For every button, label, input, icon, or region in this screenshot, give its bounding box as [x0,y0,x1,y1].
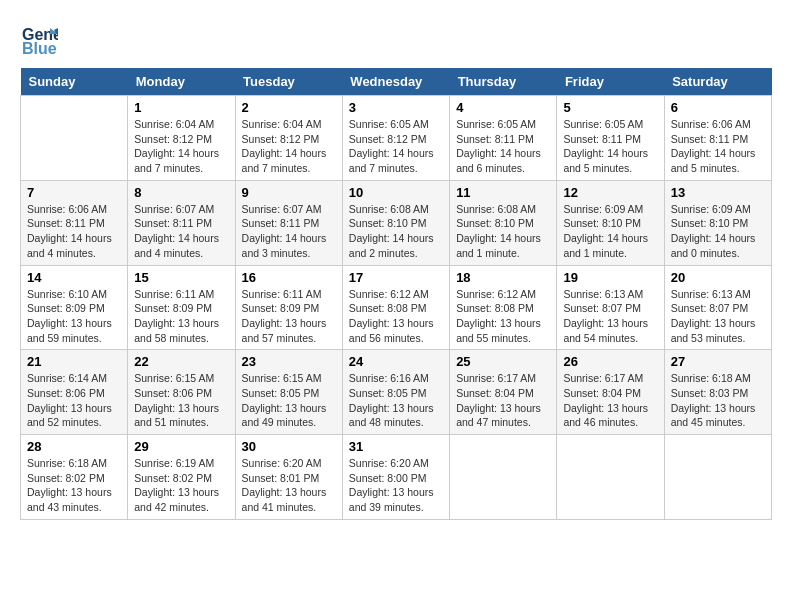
calendar-cell: 21Sunrise: 6:14 AM Sunset: 8:06 PM Dayli… [21,350,128,435]
calendar-cell: 17Sunrise: 6:12 AM Sunset: 8:08 PM Dayli… [342,265,449,350]
day-info: Sunrise: 6:06 AM Sunset: 8:11 PM Dayligh… [671,117,765,176]
day-info: Sunrise: 6:12 AM Sunset: 8:08 PM Dayligh… [349,287,443,346]
day-info: Sunrise: 6:17 AM Sunset: 8:04 PM Dayligh… [563,371,657,430]
day-info: Sunrise: 6:09 AM Sunset: 8:10 PM Dayligh… [563,202,657,261]
day-info: Sunrise: 6:16 AM Sunset: 8:05 PM Dayligh… [349,371,443,430]
day-number: 6 [671,100,765,115]
day-number: 30 [242,439,336,454]
day-number: 20 [671,270,765,285]
day-number: 18 [456,270,550,285]
week-row-3: 21Sunrise: 6:14 AM Sunset: 8:06 PM Dayli… [21,350,772,435]
week-row-1: 7Sunrise: 6:06 AM Sunset: 8:11 PM Daylig… [21,180,772,265]
day-number: 26 [563,354,657,369]
day-info: Sunrise: 6:05 AM Sunset: 8:11 PM Dayligh… [563,117,657,176]
day-number: 17 [349,270,443,285]
day-number: 8 [134,185,228,200]
calendar-cell: 12Sunrise: 6:09 AM Sunset: 8:10 PM Dayli… [557,180,664,265]
day-info: Sunrise: 6:09 AM Sunset: 8:10 PM Dayligh… [671,202,765,261]
day-number: 27 [671,354,765,369]
logo-icon: General Blue [20,20,58,58]
day-number: 19 [563,270,657,285]
day-info: Sunrise: 6:07 AM Sunset: 8:11 PM Dayligh… [134,202,228,261]
page-header: General Blue [20,20,772,58]
day-number: 25 [456,354,550,369]
calendar-header: SundayMondayTuesdayWednesdayThursdayFrid… [21,68,772,96]
day-info: Sunrise: 6:04 AM Sunset: 8:12 PM Dayligh… [242,117,336,176]
day-info: Sunrise: 6:17 AM Sunset: 8:04 PM Dayligh… [456,371,550,430]
weekday-wednesday: Wednesday [342,68,449,96]
calendar-cell: 30Sunrise: 6:20 AM Sunset: 8:01 PM Dayli… [235,435,342,520]
calendar-cell: 27Sunrise: 6:18 AM Sunset: 8:03 PM Dayli… [664,350,771,435]
day-info: Sunrise: 6:15 AM Sunset: 8:05 PM Dayligh… [242,371,336,430]
day-number: 4 [456,100,550,115]
calendar-cell: 22Sunrise: 6:15 AM Sunset: 8:06 PM Dayli… [128,350,235,435]
calendar-cell: 16Sunrise: 6:11 AM Sunset: 8:09 PM Dayli… [235,265,342,350]
calendar-cell: 18Sunrise: 6:12 AM Sunset: 8:08 PM Dayli… [450,265,557,350]
logo: General Blue [20,20,62,58]
calendar-cell [450,435,557,520]
day-info: Sunrise: 6:07 AM Sunset: 8:11 PM Dayligh… [242,202,336,261]
day-info: Sunrise: 6:18 AM Sunset: 8:02 PM Dayligh… [27,456,121,515]
calendar-cell: 28Sunrise: 6:18 AM Sunset: 8:02 PM Dayli… [21,435,128,520]
day-info: Sunrise: 6:11 AM Sunset: 8:09 PM Dayligh… [242,287,336,346]
day-info: Sunrise: 6:19 AM Sunset: 8:02 PM Dayligh… [134,456,228,515]
calendar-cell: 7Sunrise: 6:06 AM Sunset: 8:11 PM Daylig… [21,180,128,265]
calendar-cell: 1Sunrise: 6:04 AM Sunset: 8:12 PM Daylig… [128,96,235,181]
calendar-cell: 9Sunrise: 6:07 AM Sunset: 8:11 PM Daylig… [235,180,342,265]
day-number: 31 [349,439,443,454]
svg-text:Blue: Blue [22,40,57,57]
day-number: 5 [563,100,657,115]
day-number: 29 [134,439,228,454]
day-info: Sunrise: 6:12 AM Sunset: 8:08 PM Dayligh… [456,287,550,346]
day-info: Sunrise: 6:20 AM Sunset: 8:00 PM Dayligh… [349,456,443,515]
calendar-cell [557,435,664,520]
calendar-cell: 31Sunrise: 6:20 AM Sunset: 8:00 PM Dayli… [342,435,449,520]
day-number: 21 [27,354,121,369]
day-number: 22 [134,354,228,369]
day-number: 15 [134,270,228,285]
day-number: 2 [242,100,336,115]
calendar-cell: 6Sunrise: 6:06 AM Sunset: 8:11 PM Daylig… [664,96,771,181]
calendar-cell: 10Sunrise: 6:08 AM Sunset: 8:10 PM Dayli… [342,180,449,265]
calendar-cell: 15Sunrise: 6:11 AM Sunset: 8:09 PM Dayli… [128,265,235,350]
day-info: Sunrise: 6:14 AM Sunset: 8:06 PM Dayligh… [27,371,121,430]
day-info: Sunrise: 6:15 AM Sunset: 8:06 PM Dayligh… [134,371,228,430]
day-number: 13 [671,185,765,200]
day-info: Sunrise: 6:05 AM Sunset: 8:11 PM Dayligh… [456,117,550,176]
calendar-cell: 20Sunrise: 6:13 AM Sunset: 8:07 PM Dayli… [664,265,771,350]
day-info: Sunrise: 6:08 AM Sunset: 8:10 PM Dayligh… [349,202,443,261]
day-info: Sunrise: 6:04 AM Sunset: 8:12 PM Dayligh… [134,117,228,176]
day-number: 11 [456,185,550,200]
calendar-cell [21,96,128,181]
calendar-cell: 24Sunrise: 6:16 AM Sunset: 8:05 PM Dayli… [342,350,449,435]
day-number: 9 [242,185,336,200]
day-info: Sunrise: 6:13 AM Sunset: 8:07 PM Dayligh… [671,287,765,346]
calendar-cell: 13Sunrise: 6:09 AM Sunset: 8:10 PM Dayli… [664,180,771,265]
week-row-0: 1Sunrise: 6:04 AM Sunset: 8:12 PM Daylig… [21,96,772,181]
calendar-cell: 14Sunrise: 6:10 AM Sunset: 8:09 PM Dayli… [21,265,128,350]
week-row-2: 14Sunrise: 6:10 AM Sunset: 8:09 PM Dayli… [21,265,772,350]
calendar-body: 1Sunrise: 6:04 AM Sunset: 8:12 PM Daylig… [21,96,772,520]
weekday-header-row: SundayMondayTuesdayWednesdayThursdayFrid… [21,68,772,96]
day-info: Sunrise: 6:20 AM Sunset: 8:01 PM Dayligh… [242,456,336,515]
calendar-cell: 5Sunrise: 6:05 AM Sunset: 8:11 PM Daylig… [557,96,664,181]
weekday-friday: Friday [557,68,664,96]
day-number: 24 [349,354,443,369]
calendar-cell: 26Sunrise: 6:17 AM Sunset: 8:04 PM Dayli… [557,350,664,435]
calendar-cell [664,435,771,520]
day-number: 23 [242,354,336,369]
day-number: 14 [27,270,121,285]
calendar-cell: 2Sunrise: 6:04 AM Sunset: 8:12 PM Daylig… [235,96,342,181]
day-info: Sunrise: 6:05 AM Sunset: 8:12 PM Dayligh… [349,117,443,176]
week-row-4: 28Sunrise: 6:18 AM Sunset: 8:02 PM Dayli… [21,435,772,520]
weekday-sunday: Sunday [21,68,128,96]
day-info: Sunrise: 6:10 AM Sunset: 8:09 PM Dayligh… [27,287,121,346]
day-number: 3 [349,100,443,115]
weekday-tuesday: Tuesday [235,68,342,96]
day-number: 28 [27,439,121,454]
weekday-thursday: Thursday [450,68,557,96]
day-number: 16 [242,270,336,285]
day-number: 12 [563,185,657,200]
day-info: Sunrise: 6:18 AM Sunset: 8:03 PM Dayligh… [671,371,765,430]
weekday-monday: Monday [128,68,235,96]
